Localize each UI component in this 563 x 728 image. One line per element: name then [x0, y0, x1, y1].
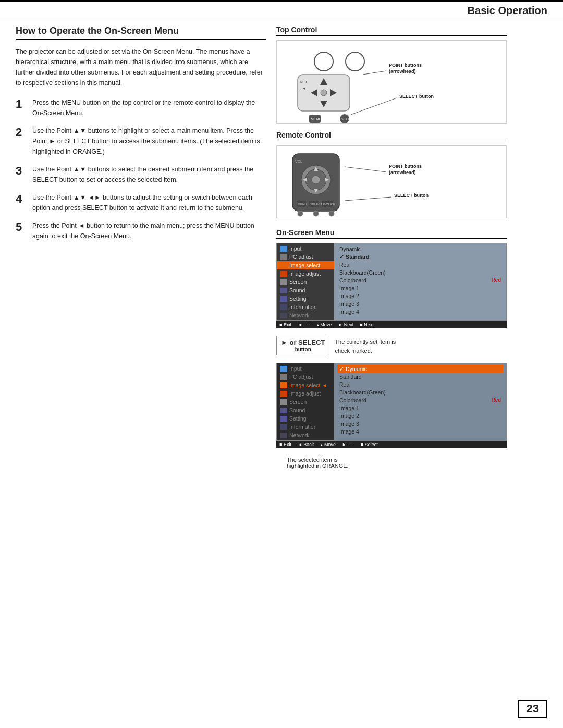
menu-bar-exit: ■ Exit — [279, 322, 291, 327]
submenu-colorboard: Colorboard Red — [337, 276, 503, 284]
menu-item-network-2: Network — [277, 431, 334, 439]
submenu-image3: Image 3 — [337, 300, 503, 307]
submenu-image3-2: Image 3 — [337, 419, 503, 427]
svg-point-1 — [346, 52, 364, 71]
intro-text: The projector can be adjusted or set via… — [16, 46, 266, 88]
menu-bar-select: ■ Select — [361, 442, 378, 447]
svg-text:(arrowhead): (arrowhead) — [389, 170, 416, 175]
svg-point-37 — [329, 211, 334, 216]
menu-bar-exit-2: ■ Exit — [279, 442, 291, 447]
menu-item-screen-2: Screen — [277, 398, 334, 406]
step-number: 3 — [16, 164, 26, 178]
svg-text:SELECT button: SELECT button — [399, 94, 434, 99]
point-select-box: ► or SELECT button — [276, 336, 329, 355]
pc-icon-2 — [280, 374, 287, 380]
red-label-1: Red — [492, 277, 501, 283]
input-icon — [280, 246, 287, 252]
menu-bar-sep2: ►----- — [342, 442, 354, 447]
menu-bar-2: ■ Exit ◄ Back ⬥ Move ►----- ■ Select — [276, 441, 507, 448]
submenu-real-2: Real — [337, 380, 503, 388]
menu-item-input-2: Input — [277, 364, 334, 373]
menu-item-network: Network — [277, 311, 334, 319]
imgadj-icon — [280, 271, 287, 277]
step-number: 1 — [16, 97, 26, 111]
menu-bar-sep1: ◄----- — [298, 322, 310, 327]
screen-icon — [280, 279, 287, 285]
svg-point-35 — [298, 211, 303, 216]
menu-bar-move-2: ⬥ Move — [320, 442, 336, 447]
network-icon-2 — [280, 433, 287, 438]
submenu-image4-2: Image 4 — [337, 427, 503, 435]
step-text: Use the Point ▲▼ buttons to select the d… — [32, 164, 266, 185]
menu-bar-back: ◄ Back — [298, 442, 314, 447]
page-number: 23 — [518, 700, 547, 718]
menu-item-screen: Screen — [277, 278, 334, 286]
menu-item-pc-2: PC adjust — [277, 373, 334, 381]
svg-point-0 — [314, 52, 333, 71]
menu-display-1: Input PC adjust Image select — [276, 243, 507, 321]
screen-icon-2 — [280, 399, 287, 405]
menu-box-1: Input PC adjust Image select — [276, 243, 507, 328]
menu-item-pc: PC adjust — [277, 253, 334, 261]
svg-text:VOL: VOL — [300, 80, 309, 84]
svg-text:SELECT: SELECT — [341, 117, 356, 121]
menu-item-info: Information — [277, 303, 334, 311]
remote-control-section: Remote Control VOL — [276, 131, 507, 218]
setting-icon-2 — [280, 416, 287, 422]
remote-control-label: Remote Control — [276, 131, 507, 141]
step-item: 4 Use the Point ▲▼ ◄► buttons to adjust … — [16, 192, 266, 213]
menu-box-2: Input PC adjust Image select ◄ — [276, 363, 507, 448]
svg-point-9 — [321, 90, 327, 96]
step-text: Press the Point ◄ button to return to th… — [32, 220, 266, 241]
menu-item-setting: Setting — [277, 294, 334, 303]
svg-line-17 — [351, 98, 397, 115]
menu-item-setting-2: Setting — [277, 414, 334, 423]
remote-control-svg: VOL MENU SELECT R-CLICK — [282, 151, 501, 221]
submenu-image4: Image 4 — [337, 307, 503, 315]
submenu-image2-2: Image 2 — [337, 412, 503, 419]
svg-text:POINT buttons: POINT buttons — [389, 63, 422, 68]
page-header: Basic Operation — [0, 0, 563, 20]
svg-text:MENU: MENU — [311, 117, 322, 121]
pc-icon — [280, 254, 287, 260]
imgsel-icon-2 — [280, 382, 287, 388]
menu-item-input: Input — [277, 244, 334, 253]
menu-bar-next2: ■ Next — [360, 322, 373, 327]
step-item: 5 Press the Point ◄ button to return to … — [16, 220, 266, 241]
info-icon-2 — [280, 424, 287, 430]
menu-connector: ► or SELECT button The currently set ite… — [276, 336, 507, 355]
step-item: 3 Use the Point ▲▼ buttons to select the… — [16, 164, 266, 185]
arrow-line: ► or SELECT — [281, 339, 325, 347]
setting-icon — [280, 296, 287, 302]
menu-display-2: Input PC adjust Image select ◄ — [276, 363, 507, 441]
header-title: Basic Operation — [468, 5, 547, 16]
step-item: 2 Use the Point ▲▼ buttons to highlight … — [16, 126, 266, 157]
step-number: 2 — [16, 126, 26, 139]
connector-note: The currently set item ischeck marked. — [335, 336, 396, 355]
svg-text:VOL: VOL — [295, 159, 302, 163]
menu-left-panel-2: Input PC adjust Image select ◄ — [277, 363, 334, 440]
remote-control-diagram: VOL MENU SELECT R-CLICK — [276, 145, 507, 218]
menu-item-info-2: Information — [277, 423, 334, 431]
imgsel-icon — [280, 263, 287, 268]
step-number: 4 — [16, 192, 26, 206]
svg-point-24 — [312, 176, 320, 184]
svg-text:R-CLICK: R-CLICK — [323, 203, 335, 206]
submenu-standard-2: Standard — [337, 373, 503, 380]
menu-item-sound-2: Sound — [277, 406, 334, 414]
sound-icon — [280, 288, 287, 293]
submenu-dynamic: Dynamic — [337, 245, 503, 253]
menu-left-panel-1: Input PC adjust Image select — [277, 243, 334, 320]
submenu-blackboard-2: Blackboard(Green) — [337, 388, 503, 396]
selected-note: The selected item ishighlighted in ORANG… — [276, 456, 507, 469]
top-control-section: Top Control VOL –◄ — [276, 26, 507, 124]
menu-item-imgsel-2: Image select ◄ — [277, 381, 334, 389]
steps-list: 1 Press the MENU button on the top contr… — [16, 97, 266, 241]
submenu-image2: Image 2 — [337, 292, 503, 300]
step-number: 5 — [16, 220, 26, 234]
submenu-real: Real — [337, 261, 503, 268]
left-column: How to Operate the On-Screen Menu The pr… — [16, 26, 266, 469]
submenu-standard: Standard — [337, 253, 503, 261]
svg-point-36 — [313, 211, 319, 216]
step-text: Use the Point ▲▼ ◄► buttons to adjust th… — [32, 192, 266, 213]
